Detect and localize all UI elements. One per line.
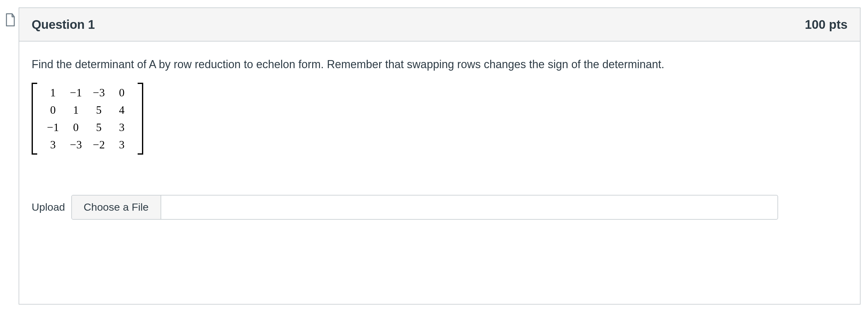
matrix-cell: 0 xyxy=(73,121,79,134)
flag-question-icon[interactable] xyxy=(5,13,15,26)
matrix-cell: 3 xyxy=(50,138,56,151)
quiz-question-page: Question 1 100 pts Find the determinant … xyxy=(0,0,868,312)
upload-label: Upload xyxy=(32,201,65,213)
matrix-A: 1 −1 −3 0 0 1 5 4 −1 0 5 3 3 −3 −2 3 xyxy=(32,83,143,155)
question-prompt: Find the determinant of A by row reducti… xyxy=(32,57,847,72)
matrix-grid: 1 −1 −3 0 0 1 5 4 −1 0 5 3 3 −3 −2 3 xyxy=(37,83,137,155)
matrix-cell: 1 xyxy=(50,86,56,99)
matrix-cell: 3 xyxy=(119,121,125,134)
matrix-cell: 0 xyxy=(119,86,125,99)
matrix-right-bracket xyxy=(137,83,143,155)
matrix-cell: 0 xyxy=(50,103,56,117)
matrix-cell: −3 xyxy=(70,138,82,151)
matrix-left-bracket xyxy=(32,83,37,155)
question-header: Question 1 100 pts xyxy=(19,8,860,41)
matrix-cell: −3 xyxy=(93,86,105,99)
question-points: 100 pts xyxy=(805,18,847,32)
matrix-cell: 5 xyxy=(96,121,102,134)
matrix-cell: 1 xyxy=(73,103,79,117)
question-title: Question 1 xyxy=(32,18,95,32)
question-body: Find the determinant of A by row reducti… xyxy=(19,41,860,304)
matrix-cell: 5 xyxy=(96,103,102,117)
question-panel: Question 1 100 pts Find the determinant … xyxy=(19,7,861,305)
selected-filename xyxy=(161,195,777,219)
matrix-cell: −1 xyxy=(70,86,82,99)
choose-file-button[interactable]: Choose a File xyxy=(72,195,161,219)
file-picker[interactable]: Choose a File xyxy=(71,195,778,220)
matrix-cell: 3 xyxy=(119,138,125,151)
matrix-cell: −2 xyxy=(93,138,105,151)
upload-row: Upload Choose a File xyxy=(32,195,847,220)
matrix-cell: −1 xyxy=(47,121,59,134)
matrix-cell: 4 xyxy=(119,103,125,117)
